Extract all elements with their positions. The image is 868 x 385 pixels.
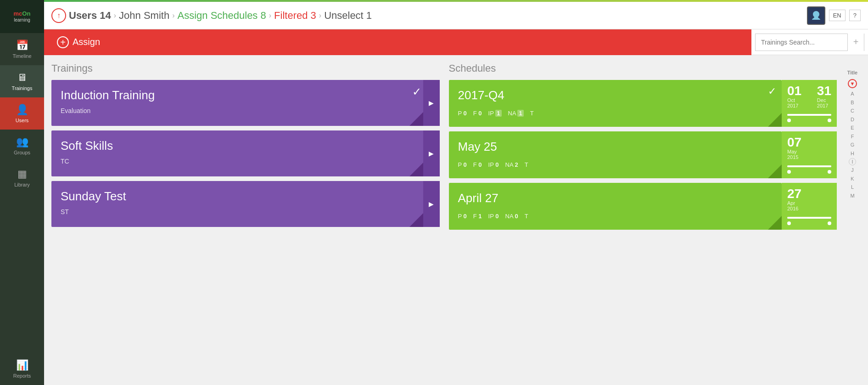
schedule-card[interactable]: May 25 P 0 F 0 IP 0 NA 2 T xyxy=(449,131,782,178)
trainings-icon: 🖥 xyxy=(17,72,27,84)
breadcrumb-assign-schedules[interactable]: Assign Schedules 8 xyxy=(177,10,266,22)
card-corner xyxy=(409,213,423,227)
schedule-card-title: April 27 xyxy=(458,191,773,205)
alpha-down-icon[interactable]: ▼ xyxy=(848,79,857,88)
date-range-bar xyxy=(787,165,831,167)
schedule-card-corner xyxy=(768,113,782,127)
sidebar-item-users[interactable]: 👤 Users xyxy=(0,97,44,130)
alpha-letter-e[interactable]: E xyxy=(851,124,854,132)
language-button[interactable]: EN xyxy=(829,10,846,21)
sidebar-item-library[interactable]: ▦ Library xyxy=(0,162,44,194)
reports-icon: 📊 xyxy=(16,359,28,371)
alpha-letter-g[interactable]: G xyxy=(851,141,855,149)
trainings-title: Trainings xyxy=(51,62,440,74)
sidebar-item-label: Trainings xyxy=(12,85,33,91)
topbar-right: EN ? xyxy=(807,6,861,25)
alpha-letter-i[interactable]: I xyxy=(849,158,856,165)
content-area: Trainings Induction Training Evaluation … xyxy=(44,55,868,385)
schedules-title: Schedules xyxy=(449,62,837,74)
date-end-month: Dec xyxy=(817,97,826,103)
training-card-subtitle: Evaluation xyxy=(61,107,417,114)
arrow-icon: ▶ xyxy=(423,181,440,227)
date-start-num: 01 xyxy=(787,85,801,97)
alpha-letter-d[interactable]: D xyxy=(851,116,854,124)
alpha-sidebar: Title ▼ A B C D E F G H I J K L M xyxy=(846,62,859,378)
training-card-subtitle: ST xyxy=(61,208,417,215)
date-start-year: 2016 xyxy=(787,206,798,211)
training-card-title: Induction Training xyxy=(61,88,417,102)
alpha-letter-l[interactable]: L xyxy=(851,183,854,191)
schedule-stats: P 0 F 0 IP 0 NA 2 T xyxy=(458,161,773,168)
date-range-bar xyxy=(787,217,831,219)
topbar: ↑ Users 14 › John Smith › Assign Schedul… xyxy=(44,2,868,29)
schedules-panel: Schedules 2017-Q4 ✓ P 0 F 0 IP 1 NA 1 T xyxy=(449,62,837,378)
date-end-year: 2017 xyxy=(817,103,828,108)
search-area: + xyxy=(755,34,864,51)
alpha-title: Title xyxy=(847,70,857,75)
arrow-icon: ▶ xyxy=(423,80,440,126)
search-plus-button[interactable]: + xyxy=(847,34,864,51)
breadcrumb-sep2: › xyxy=(172,11,174,20)
sidebar-item-label: Groups xyxy=(14,150,30,155)
dot-end xyxy=(828,119,831,122)
card-corner xyxy=(409,163,423,176)
training-card[interactable]: Soft Skills TC ▶ xyxy=(51,130,440,176)
date-range-bar xyxy=(787,114,831,116)
date-start-month: Apr xyxy=(787,200,795,206)
schedule-card-title: 2017-Q4 xyxy=(458,88,773,102)
date-start-month: May xyxy=(787,149,797,154)
search-input[interactable] xyxy=(756,39,847,46)
breadcrumb-john-smith[interactable]: John Smith xyxy=(119,10,169,22)
dot-start xyxy=(787,119,791,122)
groups-icon: 👥 xyxy=(16,136,28,148)
breadcrumb-filtered[interactable]: Filtered 3 xyxy=(274,10,316,22)
sidebar-item-reports[interactable]: 📊 Reports xyxy=(0,353,44,385)
timeline-icon: 📅 xyxy=(16,40,28,51)
avatar xyxy=(807,6,825,25)
alpha-letter-b[interactable]: B xyxy=(851,99,854,107)
training-card-title: Sunday Test xyxy=(61,189,417,204)
training-card-subtitle: TC xyxy=(61,158,417,165)
date-start-year: 2015 xyxy=(787,154,798,160)
date-start-year: 2017 xyxy=(787,103,798,108)
sidebar-item-label: Library xyxy=(14,182,30,187)
schedule-row: May 25 P 0 F 0 IP 0 NA 2 T 07 May xyxy=(449,131,837,178)
sidebar-logo: mcOn learning xyxy=(0,0,44,33)
up-icon[interactable]: ↑ xyxy=(51,8,66,23)
sidebar-item-timeline[interactable]: 📅 Timeline xyxy=(0,33,44,65)
alpha-letter-m[interactable]: M xyxy=(850,192,854,200)
schedule-card-corner xyxy=(768,164,782,178)
toolbar-red-bar xyxy=(113,29,751,55)
plus-circle-icon: + xyxy=(57,36,69,48)
breadcrumb-unselect[interactable]: Unselect 1 xyxy=(324,10,372,22)
alpha-letter-j[interactable]: J xyxy=(851,166,854,174)
schedule-check-icon: ✓ xyxy=(768,85,776,97)
users-icon: 👤 xyxy=(16,104,28,116)
assign-button[interactable]: + Assign xyxy=(44,29,113,55)
breadcrumb-users[interactable]: Users 14 xyxy=(69,10,111,22)
sidebar: mcOn learning 📅 Timeline 🖥 Trainings 👤 U… xyxy=(0,0,44,385)
alpha-letter-a[interactable]: A xyxy=(851,90,854,98)
schedule-card[interactable]: 2017-Q4 ✓ P 0 F 0 IP 1 NA 1 T xyxy=(449,80,782,127)
alpha-letter-h[interactable]: H xyxy=(851,150,854,158)
sidebar-item-groups[interactable]: 👥 Groups xyxy=(0,130,44,162)
schedule-stats: P 0 F 0 IP 1 NA 1 T xyxy=(458,110,773,117)
trainings-panel: Trainings Induction Training Evaluation … xyxy=(51,62,440,378)
date-card: 27 Apr 2016 xyxy=(782,183,837,230)
training-card[interactable]: Induction Training Evaluation ✓ ▶ xyxy=(51,80,440,126)
check-icon: ✓ xyxy=(412,85,421,98)
date-card: 01 Oct 2017 31 Dec 2017 xyxy=(782,80,837,127)
alpha-letter-f[interactable]: F xyxy=(851,133,854,141)
alpha-letter-c[interactable]: C xyxy=(851,107,854,115)
help-button[interactable]: ? xyxy=(849,10,861,21)
arrow-icon: ▶ xyxy=(423,130,440,176)
sidebar-item-label: Reports xyxy=(13,373,31,379)
schedule-card[interactable]: April 27 P 0 F 1 IP 0 NA 0 T xyxy=(449,183,782,230)
schedule-row: 2017-Q4 ✓ P 0 F 0 IP 1 NA 1 T 01 xyxy=(449,80,837,127)
training-cards-list: Induction Training Evaluation ✓ ▶ Soft S… xyxy=(51,80,440,227)
date-start-num: 27 xyxy=(787,187,801,200)
sidebar-item-trainings[interactable]: 🖥 Trainings xyxy=(0,65,44,97)
alpha-letter-k[interactable]: K xyxy=(851,175,854,183)
toolbar: + Assign + xyxy=(44,29,868,55)
training-card[interactable]: Sunday Test ST ▶ xyxy=(51,181,440,227)
